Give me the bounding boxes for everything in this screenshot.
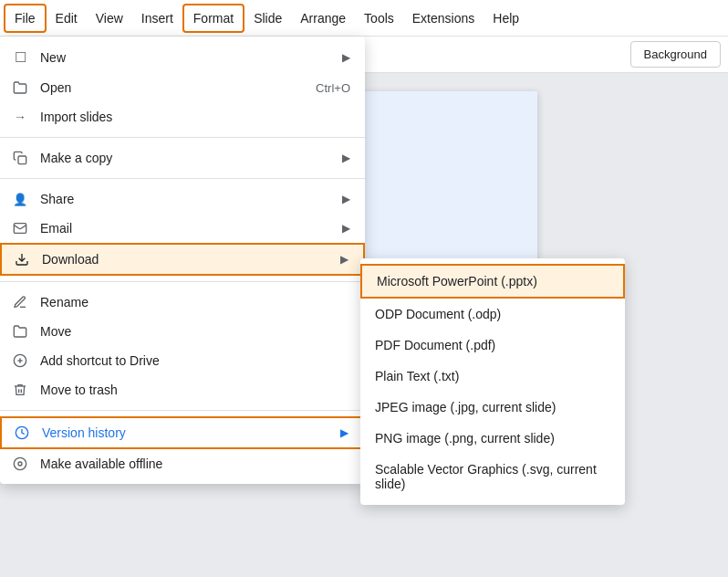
menubar-format[interactable]: Format [182, 4, 244, 33]
menubar-tools[interactable]: Tools [355, 5, 403, 31]
rename-icon [11, 295, 29, 309]
menu-item-share[interactable]: 👤 Share ▶ [0, 184, 365, 214]
menu-item-add-shortcut[interactable]: Add shortcut to Drive [0, 346, 365, 375]
share-icon: 👤 [11, 193, 29, 206]
submenu-item-svg[interactable]: Scalable Vector Graphics (.svg, current … [360, 454, 625, 499]
version-history-icon [13, 425, 31, 440]
menubar-help[interactable]: Help [484, 5, 528, 31]
menu-item-move[interactable]: Move [0, 317, 365, 346]
email-icon [11, 221, 29, 236]
submenu-item-jpeg[interactable]: JPEG image (.jpg, current slide) [360, 392, 625, 423]
new-arrow-icon: ▶ [342, 51, 350, 64]
move-icon [11, 324, 29, 339]
svg-point-7 [14, 457, 26, 469]
menubar-view[interactable]: View [87, 5, 132, 31]
divider-3 [0, 281, 365, 282]
shortcut-icon [11, 353, 29, 368]
version-history-arrow-icon: ▶ [340, 426, 348, 439]
download-arrow-icon: ▶ [340, 253, 348, 266]
email-arrow-icon: ▶ [342, 222, 350, 235]
share-arrow-icon: ▶ [342, 193, 350, 205]
menu-item-make-copy[interactable]: Make a copy ▶ [0, 143, 365, 173]
menu-item-move-trash[interactable]: Move to trash [0, 375, 365, 404]
menubar: File Edit View Insert Format Slide Arran… [0, 0, 728, 37]
divider-2 [0, 178, 365, 179]
submenu-item-txt[interactable]: Plain Text (.txt) [360, 361, 625, 392]
menubar-insert[interactable]: Insert [132, 5, 182, 31]
copy-arrow-icon: ▶ [342, 152, 350, 164]
menu-item-download[interactable]: Download ▶ [0, 243, 365, 276]
background-button[interactable]: Background [630, 41, 721, 68]
menu-item-make-available-offline[interactable]: Make available offline [0, 449, 365, 478]
menu-item-open[interactable]: Open Ctrl+O [0, 73, 365, 102]
menubar-arrange[interactable]: Arrange [291, 5, 355, 31]
svg-point-8 [18, 462, 22, 466]
menubar-file[interactable]: File [4, 4, 47, 33]
menu-item-rename[interactable]: Rename [0, 288, 365, 317]
file-menu: ☐ New ▶ Open Ctrl+O → Import slides Make… [0, 37, 365, 484]
menubar-slide[interactable]: Slide [244, 5, 291, 31]
menu-item-email[interactable]: Email ▶ [0, 214, 365, 243]
open-icon [11, 80, 29, 95]
download-icon [13, 252, 31, 267]
copy-icon [11, 151, 29, 165]
svg-rect-0 [18, 156, 26, 164]
submenu-item-pdf[interactable]: PDF Document (.pdf) [360, 330, 625, 361]
menubar-extensions[interactable]: Extensions [403, 5, 484, 31]
menu-item-import[interactable]: → Import slides [0, 102, 365, 131]
divider-4 [0, 410, 365, 411]
divider-1 [0, 137, 365, 138]
menu-item-version-history[interactable]: Version history ▶ [0, 416, 365, 449]
submenu-item-odp[interactable]: ODP Document (.odp) [360, 299, 625, 330]
offline-icon [11, 456, 29, 471]
download-submenu: Microsoft PowerPoint (.pptx) ODP Documen… [360, 258, 625, 505]
menubar-edit[interactable]: Edit [47, 5, 87, 31]
trash-icon [11, 383, 29, 397]
submenu-item-png[interactable]: PNG image (.png, current slide) [360, 423, 625, 454]
submenu-item-pptx[interactable]: Microsoft PowerPoint (.pptx) [360, 264, 625, 299]
new-icon: ☐ [11, 49, 29, 66]
svg-rect-1 [14, 224, 26, 234]
import-icon: → [11, 110, 29, 124]
menu-item-new[interactable]: ☐ New ▶ [0, 42, 365, 73]
